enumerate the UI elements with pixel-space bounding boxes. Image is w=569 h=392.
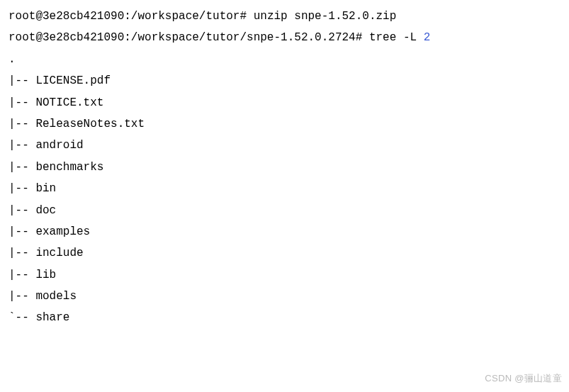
tree-branch-icon: |-- [9,290,35,303]
prompt-line-2: root@3e28cb421090:/workspace/tutor/snpe-… [9,27,560,48]
tree-branch-icon: |-- [9,74,35,87]
prompt-line-1: root@3e28cb421090:/workspace/tutor# unzi… [9,6,560,27]
tree-branch-icon: |-- [9,182,35,195]
tree-entry: |-- models [9,286,560,307]
watermark-text: CSDN @骊山道童 [485,370,562,388]
tree-entry-name: share [35,311,69,324]
command-text: unzip snpe-1.52.0.zip [254,10,397,23]
tree-entry-name: NOTICE.txt [35,96,103,109]
tree-entry-name: lib [35,269,56,281]
tree-entry-name: include [35,247,83,259]
command-arg: 2 [424,31,431,44]
tree-root: . [9,49,560,70]
tree-entry: |-- bin [9,178,560,199]
tree-branch-icon: |-- [9,118,35,130]
tree-entry-name: doc [35,204,56,217]
tree-entry: |-- lib [9,264,560,286]
tree-entry: `-- share [9,307,560,328]
tree-branch-icon: |-- [9,204,35,217]
tree-branch-icon: |-- [9,96,35,109]
prompt-path: :/workspace/tutor/snpe-1.52.0.2724# [124,31,369,44]
tree-branch-icon: |-- [9,161,35,174]
tree-entry-name: models [35,290,77,303]
tree-branch-last-icon: `-- [9,311,35,324]
tree-entry: |-- ReleaseNotes.txt [9,113,560,135]
command-text: tree -L [369,31,424,44]
tree-entry: |-- NOTICE.txt [9,92,560,113]
tree-branch-icon: |-- [9,139,35,152]
tree-branch-icon: |-- [9,247,35,259]
tree-branch-icon: |-- [9,269,35,281]
tree-entry: |-- include [9,242,560,264]
tree-entry-name: ReleaseNotes.txt [35,118,145,130]
tree-entry: |-- doc [9,200,560,221]
tree-entry-name: android [35,139,83,152]
prompt-user: root@3e28cb421090 [9,31,124,44]
tree-entry-name: examples [35,225,90,238]
prompt-user: root@3e28cb421090 [9,10,124,23]
tree-entry: |-- LICENSE.pdf [9,70,560,91]
tree-entry: |-- android [9,135,560,156]
tree-entry-name: LICENSE.pdf [35,74,111,87]
tree-branch-icon: |-- [9,225,35,238]
terminal-output: root@3e28cb421090:/workspace/tutor# unzi… [9,6,560,329]
tree-entry: |-- examples [9,221,560,242]
prompt-path: :/workspace/tutor# [124,10,253,23]
tree-entry: |-- benchmarks [9,157,560,178]
tree-entry-name: bin [35,182,56,195]
tree-entry-name: benchmarks [35,161,103,174]
